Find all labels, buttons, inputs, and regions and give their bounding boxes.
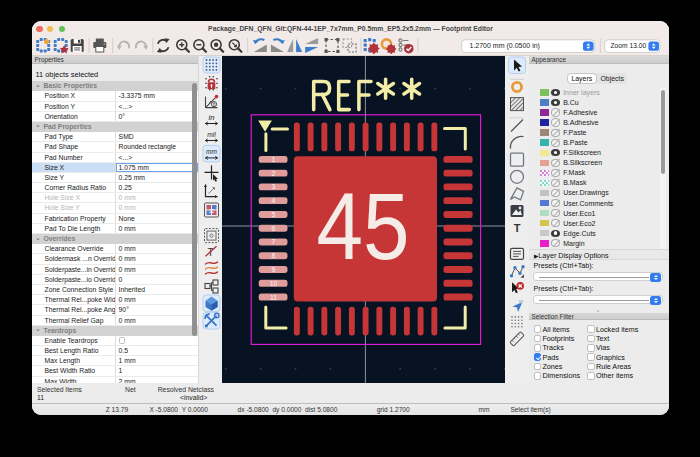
svg-text:5: 5	[272, 211, 276, 218]
svg-text:Zoom 13.00: Zoom 13.00	[611, 42, 647, 49]
svg-text:11: 11	[270, 294, 277, 301]
svg-text:mm: mm	[206, 148, 217, 155]
svg-text:10: 10	[270, 280, 278, 287]
svg-text:8: 8	[272, 252, 276, 259]
svg-text:in: in	[209, 113, 215, 122]
svg-text:9: 9	[272, 266, 276, 273]
svg-text:3: 3	[272, 183, 276, 190]
svg-text:1.2700 mm (0.0500 in): 1.2700 mm (0.0500 in)	[470, 42, 540, 50]
svg-text:T: T	[514, 222, 521, 234]
svg-text:45: 45	[317, 173, 410, 279]
svg-text:mil: mil	[207, 131, 216, 138]
svg-text:1: 1	[272, 156, 276, 163]
svg-text:6: 6	[272, 225, 276, 232]
svg-text:7: 7	[272, 238, 276, 245]
svg-text:2: 2	[272, 170, 276, 177]
svg-text:4: 4	[272, 197, 276, 204]
svg-text:12: 12	[209, 208, 215, 214]
